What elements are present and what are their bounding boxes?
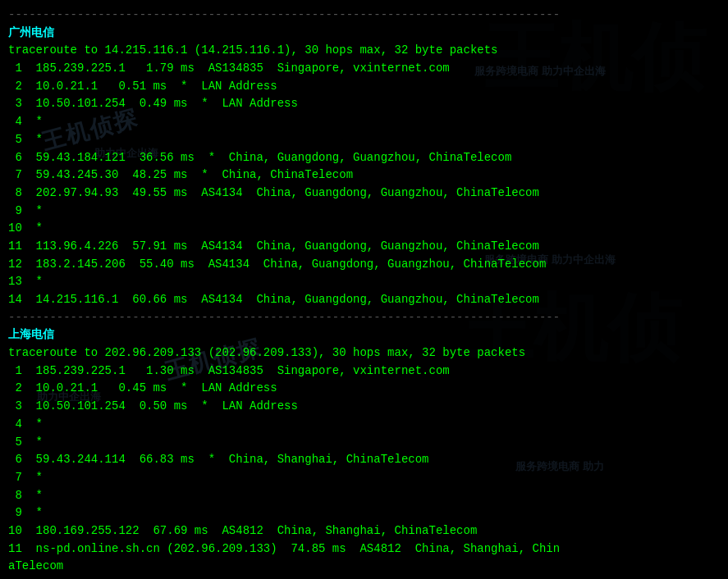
sh-hop-1: 1 185.239.225.1 1.30 ms AS134835 Singapo… [8, 362, 720, 381]
gz-hop-2: 2 10.0.21.1 0.51 ms * LAN Address [8, 78, 720, 96]
terminal-content: ----------------------------------------… [0, 0, 728, 579]
sh-hop-9: 9 * [8, 504, 720, 522]
sh-hop-7: 7 * [8, 469, 720, 487]
sh-hop-5: 5 * [8, 434, 720, 452]
separator-middle: ----------------------------------------… [8, 309, 720, 327]
gz-hop-6: 6 59.43.184.121 36.56 ms * China, Guangd… [8, 149, 720, 167]
gz-hop-7: 7 59.43.245.30 48.25 ms * China, ChinaTe… [8, 166, 720, 185]
sh-hop-6: 6 59.43.244.114 66.83 ms * China, Shangh… [8, 451, 720, 469]
sh-hop-8: 8 * [8, 487, 720, 505]
gz-traceroute-cmd: traceroute to 14.215.116.1 (14.215.116.1… [8, 42, 720, 60]
gz-hop-4: 4 * [8, 113, 720, 131]
gz-hop-9: 9 * [8, 203, 720, 221]
sh-last-line: aTelecom [8, 558, 720, 576]
sh-hop-3: 3 10.50.101.254 0.50 ms * LAN Address [8, 398, 720, 416]
guangzhou-header: 广州电信 [8, 25, 720, 43]
gz-hop-12: 12 183.2.145.206 55.40 ms AS4134 China, … [8, 256, 720, 274]
sh-hop-4: 4 * [8, 416, 720, 434]
gz-hop-10: 10 * [8, 220, 720, 238]
gz-hop-13: 13 * [8, 273, 720, 291]
sh-hop-2: 2 10.0.21.1 0.45 ms * LAN Address [8, 380, 720, 398]
sh-hop-10: 10 180.169.255.122 67.69 ms AS4812 China… [8, 522, 720, 540]
separator-top: ----------------------------------------… [8, 7, 720, 25]
sh-hop-11: 11 ns-pd.online.sh.cn (202.96.209.133) 7… [8, 540, 720, 558]
gz-hop-1: 1 185.239.225.1 1.79 ms AS134835 Singapo… [8, 60, 720, 78]
gz-hop-11: 11 113.96.4.226 57.91 ms AS4134 China, G… [8, 238, 720, 256]
gz-hop-3: 3 10.50.101.254 0.49 ms * LAN Address [8, 95, 720, 113]
gz-hop-14: 14 14.215.116.1 60.66 ms AS4134 China, G… [8, 291, 720, 309]
sh-traceroute-cmd: traceroute to 202.96.209.133 (202.96.209… [8, 344, 720, 362]
gz-hop-8: 8 202.97.94.93 49.55 ms AS4134 China, Gu… [8, 185, 720, 203]
shanghai-header: 上海电信 [8, 326, 720, 344]
gz-hop-5: 5 * [8, 131, 720, 149]
